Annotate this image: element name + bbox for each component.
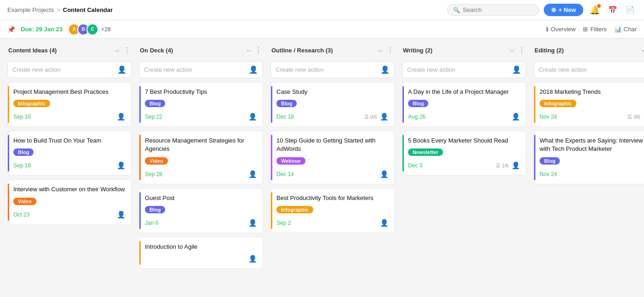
column-menu-icon[interactable]: ⋮ <box>123 46 131 55</box>
assign-user-icon: 👤 <box>249 65 258 74</box>
new-label: + New <box>558 6 576 13</box>
card[interactable]: A Day in the Life of a Project ManagerBl… <box>402 82 526 127</box>
create-action-input[interactable]: Create new action👤 <box>7 61 132 78</box>
card-assign-icon[interactable]: 👤 <box>512 161 520 170</box>
create-action-placeholder: Create new action <box>144 66 245 73</box>
avatars-group: A B C +28 <box>68 23 110 35</box>
card[interactable]: 7 Best Productivity TipsBlogSep 22👤 <box>139 82 263 127</box>
card-title: Interview with Customer on their Workflo… <box>13 185 126 194</box>
search-icon: 🔍 <box>453 7 460 13</box>
card-date: Sep 10 <box>13 114 31 120</box>
card-footer: Sep 18👤 <box>13 161 126 170</box>
column-menu-icon[interactable]: ⋮ <box>518 46 525 55</box>
column-content-ideas: Content Ideas (4)↔⋮Create new action👤Pro… <box>7 46 132 290</box>
overview-button[interactable]: ℹ Overview <box>546 26 575 33</box>
filters-icon: ⊞ <box>583 26 588 33</box>
card-title: 5 Books Every Marketer Should Read <box>408 137 520 145</box>
expand-icon[interactable]: ↔ <box>509 47 515 54</box>
card-tag: Infographic <box>276 206 313 213</box>
card-footer-right: 👤 <box>248 170 257 178</box>
card-footer-right: 👤 <box>248 219 257 227</box>
card-assign-icon[interactable]: 👤 <box>380 219 389 227</box>
chart-label: Char <box>624 26 637 33</box>
card-accent-bar <box>534 86 535 123</box>
column-header-outline-research: Outline / Research (3)↔⋮ <box>270 46 395 57</box>
create-action-input[interactable]: Create new action👤 <box>534 61 644 78</box>
card-tag: Blog <box>145 206 165 213</box>
card-tag: Blog <box>276 100 297 107</box>
column-menu-icon[interactable]: ⋮ <box>255 46 262 55</box>
column-header-editing: Editing (2)↔⋮ <box>534 46 644 57</box>
card-accent-bar <box>271 135 272 180</box>
card-assign-icon[interactable]: 👤 <box>248 170 257 178</box>
card-assign-icon[interactable]: 👤 <box>117 161 126 170</box>
card-assign-icon[interactable]: 👤 <box>512 113 520 121</box>
card-checklist: ☰ 3/6 <box>627 114 640 120</box>
card[interactable]: Best Productivity Tools for MarketersInf… <box>270 188 395 233</box>
card-assign-icon[interactable]: 👤 <box>380 113 389 121</box>
assign-user-icon: 👤 <box>512 65 521 74</box>
card-accent-bar <box>271 192 272 229</box>
new-plus-icon: ⊕ <box>551 6 556 13</box>
expand-icon[interactable]: ↔ <box>114 47 121 54</box>
card[interactable]: Resource Management Strategies for Agenc… <box>139 131 263 184</box>
card-assign-icon[interactable]: 👤 <box>117 211 126 219</box>
card-footer: Sep 22👤 <box>145 113 257 121</box>
card-assign-icon[interactable]: 👤 <box>248 255 257 263</box>
avatar-3: C <box>86 23 98 35</box>
card-tag: Video <box>13 198 36 205</box>
card-assign-icon[interactable]: 👤 <box>117 113 126 121</box>
card-date: Nov 24 <box>540 114 557 120</box>
column-title-on-deck: On Deck (4) <box>140 47 243 54</box>
create-action-input[interactable]: Create new action👤 <box>402 61 526 78</box>
card[interactable]: Introduction to Agile👤 <box>139 237 263 269</box>
search-input[interactable] <box>463 6 532 13</box>
card[interactable]: 10 Step Guide to Getting Started with Ad… <box>270 131 395 184</box>
card-assign-icon[interactable]: 👤 <box>248 113 257 121</box>
card[interactable]: Case StudyBlogDec 18☰ 0/6👤 <box>270 82 395 127</box>
nav-right: 🔍 ⊕ + New 🔔 📅 📄 <box>447 3 637 17</box>
card-title: 7 Best Productivity Tips <box>145 88 257 96</box>
card[interactable]: Project Management Best PracticesInfogra… <box>7 82 132 127</box>
column-title-content-ideas: Content Ideas (4) <box>8 47 111 54</box>
expand-icon[interactable]: ↔ <box>377 47 384 54</box>
card[interactable]: 2018 Marketing TrendsInfographicNov 24☰ … <box>534 82 644 127</box>
create-action-input[interactable]: Create new action👤 <box>270 61 395 78</box>
card[interactable]: How to Build Trust On Your TeamBlogSep 1… <box>7 131 132 176</box>
card-assign-icon[interactable]: 👤 <box>248 219 257 227</box>
chart-button[interactable]: 📊 Char <box>614 26 637 33</box>
column-writing: Writing (2)↔⋮Create new action👤A Day in … <box>402 46 526 290</box>
create-action-input[interactable]: Create new action👤 <box>139 61 263 78</box>
card-footer-right: 👤 <box>117 161 126 170</box>
card-footer: 👤 <box>145 255 257 263</box>
card[interactable]: What the Experts are Saying: Interview w… <box>534 131 644 184</box>
breadcrumb-parent[interactable]: Example Projects <box>7 6 54 13</box>
card-title: Guest Post <box>145 194 257 202</box>
search-box[interactable]: 🔍 <box>447 4 539 16</box>
filters-button[interactable]: ⊞ Filters <box>583 26 606 33</box>
document-icon-button[interactable]: 📄 <box>624 4 637 16</box>
card-footer-right: 👤 <box>512 113 520 121</box>
card-assign-icon[interactable]: 👤 <box>380 170 389 178</box>
expand-icon[interactable]: ↔ <box>246 47 252 54</box>
sub-left: 📌 Due: 29 Jan 23 A B C +28 <box>7 23 110 35</box>
card[interactable]: Guest PostBlogJan 6👤 <box>139 188 263 233</box>
card-footer: Jan 6👤 <box>145 219 257 227</box>
column-header-content-ideas: Content Ideas (4)↔⋮ <box>7 46 132 57</box>
column-on-deck: On Deck (4)↔⋮Create new action👤7 Best Pr… <box>139 46 263 290</box>
card-accent-bar <box>139 241 141 265</box>
new-button[interactable]: ⊕ + New <box>544 4 583 16</box>
calendar-icon-button[interactable]: 📅 <box>606 4 619 16</box>
card[interactable]: Interview with Customer on their Workflo… <box>7 179 132 224</box>
column-menu-icon[interactable]: ⋮ <box>386 46 394 55</box>
card-tag: Blog <box>408 100 428 107</box>
card[interactable]: 5 Books Every Marketer Should ReadNewsle… <box>402 131 526 176</box>
card-accent-bar <box>8 183 9 220</box>
card-tag: Blog <box>145 100 165 107</box>
notifications-button[interactable]: 🔔 <box>588 3 602 17</box>
card-title: Resource Management Strategies for Agenc… <box>145 137 257 153</box>
column-title-editing: Editing (2) <box>535 47 638 54</box>
breadcrumb-sep: > <box>57 6 60 13</box>
assign-user-icon: 👤 <box>117 65 126 74</box>
expand-icon[interactable]: ↔ <box>640 47 644 54</box>
